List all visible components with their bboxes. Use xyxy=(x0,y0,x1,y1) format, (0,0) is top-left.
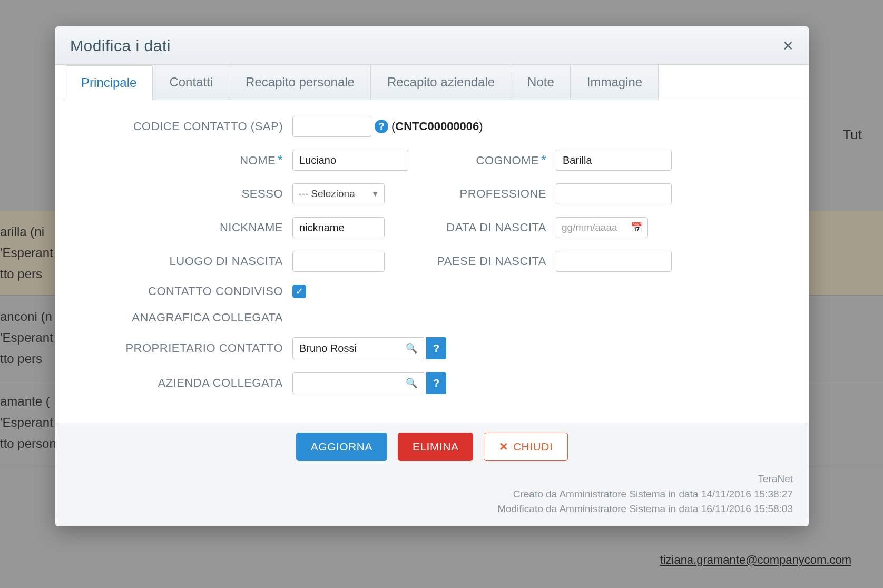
label-contatto-condiviso: CONTATTO CONDIVISO xyxy=(76,285,292,298)
label-luogo-nascita: LUOGO DI NASCITA xyxy=(76,254,292,268)
form-principale: CODICE CONTATTO (SAP) ? (CNTC00000006) N… xyxy=(55,100,809,423)
label-nickname: NICKNAME xyxy=(76,221,292,234)
label-paese-nascita: PAESE DI NASCITA xyxy=(385,254,556,268)
elimina-button[interactable]: ELIMINA xyxy=(398,433,474,461)
input-nome[interactable] xyxy=(292,150,408,171)
label-nome: NOME* xyxy=(76,153,292,168)
label-anagrafica-collegata: ANAGRAFICA COLLEGATA xyxy=(76,311,292,325)
input-paese-nascita[interactable] xyxy=(556,251,672,272)
input-data-nascita[interactable]: gg/mm/aaaa 📅 xyxy=(556,217,648,238)
edit-contact-modal: Modifica i dati ✕ Principale Contatti Re… xyxy=(55,26,809,526)
sap-code-display: (CNTC00000006) xyxy=(391,120,483,133)
aggiorna-button[interactable]: AGGIORNA xyxy=(296,433,387,461)
tab-contatti[interactable]: Contatti xyxy=(153,65,229,100)
chevron-down-icon: ▼ xyxy=(371,190,379,198)
tab-principale[interactable]: Principale xyxy=(65,65,153,100)
label-data-nascita: DATA DI NASCITA xyxy=(385,221,556,234)
label-professione: PROFESSIONE xyxy=(385,187,556,201)
lookup-proprietario-contatto[interactable]: Bruno Rossi 🔍 xyxy=(292,337,424,359)
close-icon[interactable]: ✕ xyxy=(782,38,794,54)
lookup-help-button[interactable]: ? xyxy=(426,372,446,394)
modal-header: Modifica i dati ✕ xyxy=(55,26,809,65)
label-codice-contatto: CODICE CONTATTO (SAP) xyxy=(76,120,292,133)
label-cognome: COGNOME* xyxy=(408,153,556,168)
tab-recapito-personale[interactable]: Recapito personale xyxy=(229,65,371,100)
modal-meta: TeraNet Creato da Amministratore Sistema… xyxy=(71,472,793,517)
input-luogo-nascita[interactable] xyxy=(292,251,385,272)
tab-immagine[interactable]: Immagine xyxy=(571,65,659,100)
tab-note[interactable]: Note xyxy=(511,65,571,100)
input-codice-contatto[interactable] xyxy=(292,116,371,137)
search-icon: 🔍 xyxy=(406,377,417,389)
tab-recapito-aziendale[interactable]: Recapito aziendale xyxy=(371,65,511,100)
modal-title: Modifica i dati xyxy=(70,37,171,55)
lookup-azienda-collegata[interactable]: 🔍 xyxy=(292,372,424,394)
label-proprietario-contatto: PROPRIETARIO CONTATTO xyxy=(76,341,292,355)
help-icon[interactable]: ? xyxy=(375,120,388,133)
label-azienda-collegata: AZIENDA COLLEGATA xyxy=(76,376,292,390)
input-nickname[interactable] xyxy=(292,217,385,238)
meta-company: TeraNet xyxy=(71,472,793,487)
chiudi-button[interactable]: ✕CHIUDI xyxy=(484,433,568,461)
meta-created: Creato da Amministratore Sistema in data… xyxy=(71,487,793,502)
checkbox-contatto-condiviso[interactable]: ✓ xyxy=(292,285,306,298)
lookup-help-button[interactable]: ? xyxy=(426,337,446,359)
input-cognome[interactable] xyxy=(556,150,672,171)
select-sesso[interactable]: --- Seleziona ▼ xyxy=(292,183,385,204)
search-icon: 🔍 xyxy=(406,342,417,354)
input-professione[interactable] xyxy=(556,183,672,204)
modal-footer: AGGIORNA ELIMINA ✕CHIUDI TeraNet Creato … xyxy=(55,423,809,526)
label-sesso: SESSO xyxy=(76,187,292,201)
tab-bar: Principale Contatti Recapito personale R… xyxy=(55,65,809,100)
meta-modified: Modificato da Amministratore Sistema in … xyxy=(71,502,793,517)
calendar-icon: 📅 xyxy=(631,222,642,233)
close-icon: ✕ xyxy=(499,440,509,453)
